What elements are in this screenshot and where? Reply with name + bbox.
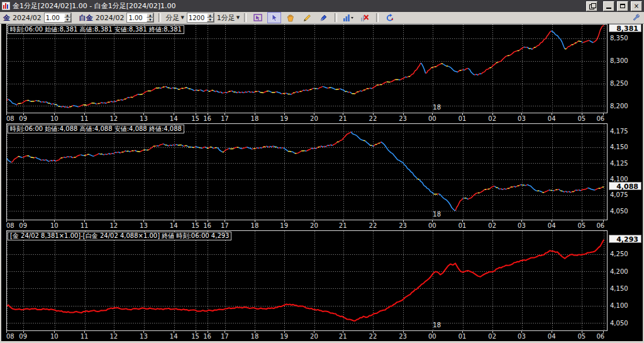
minimize-icon xyxy=(606,8,611,9)
gold-ratio-spinner[interactable]: 1.00 ▲▼ xyxy=(44,13,72,23)
x-axis-label: 14 xyxy=(170,333,178,340)
pencil-icon xyxy=(303,14,311,22)
y-axis-label: 4,050 xyxy=(610,320,628,327)
x-axis-label: 04 xyxy=(548,115,556,122)
x-axis-label: 08 xyxy=(6,115,14,122)
bar-type-dropdown[interactable]: 分足 ▼ xyxy=(165,13,184,23)
x-axis-label: 00 xyxy=(428,333,436,340)
x-axis-label: 04 xyxy=(548,222,556,229)
bar-count-value[interactable]: 1200 xyxy=(187,13,207,22)
delete-chart-icon xyxy=(360,14,369,22)
bar-count-spinner[interactable]: 1200 ▲▼ xyxy=(187,13,214,23)
x-axis-label: 05 xyxy=(578,222,586,229)
y-axis-label: 4,150 xyxy=(610,143,628,150)
chart-frame-select-button[interactable] xyxy=(251,12,265,23)
x-axis-label: 15 xyxy=(191,333,199,340)
spread-chart-panel: [金 24/02 8,381×1.00]-[白金 24/02 4,088×1.0… xyxy=(1,230,643,341)
gold-plot[interactable]: 時刻:06:00 始値:8,381 高値:8,381 安値:8,381 終値:8… xyxy=(6,24,608,113)
toolbar-separator xyxy=(335,13,337,22)
x-axis-label: 22 xyxy=(369,333,377,340)
platinum-current-price: 4,088 xyxy=(609,182,641,190)
x-axis-label: 06 xyxy=(596,333,604,340)
pointer-icon xyxy=(270,14,279,22)
platinum-ratio-spinner[interactable]: 1.00 ▲▼ xyxy=(126,13,154,23)
x-axis-label: 01 xyxy=(458,222,467,229)
x-axis-label: 14 xyxy=(170,115,178,122)
y-axis-label: 4,175 xyxy=(610,128,628,135)
x-axis-label: 23 xyxy=(399,222,407,229)
x-axis-label: 21 xyxy=(339,115,347,122)
maximize-button[interactable] xyxy=(617,1,628,11)
close-button[interactable]: × xyxy=(631,1,642,11)
platinum-price-axis: 4,088 4,1754,1504,1254,1004,0754,050 xyxy=(609,123,643,230)
x-axis-label: 18 xyxy=(251,222,259,229)
x-axis-label: 16 xyxy=(203,115,211,122)
pan-tool-button[interactable] xyxy=(284,12,297,23)
bar-count-up-arrow[interactable]: ▲ xyxy=(207,13,214,18)
bar-chart-menu-icon xyxy=(343,14,354,22)
refresh-button[interactable] xyxy=(383,12,397,23)
platinum-ratio-value[interactable]: 1.00 xyxy=(127,13,147,22)
spread-price-axis: 4,293 4,2504,2004,1504,1004,050 xyxy=(609,230,643,341)
spread-plot[interactable]: [金 24/02 8,381×1.00]-[白金 24/02 4,088×1.0… xyxy=(6,230,608,331)
gold-ratio-value[interactable]: 1.00 xyxy=(45,13,64,22)
x-axis-label: 00 xyxy=(428,222,436,229)
x-axis-label: 02 xyxy=(488,333,496,340)
x-axis-label: 06 xyxy=(596,222,604,229)
platinum-info-line: 時刻:06:00 始値:4,088 高値:4,088 安値:4,088 終値:4… xyxy=(8,125,184,133)
x-axis-label: 14 xyxy=(170,222,178,229)
platinum-time-axis: 0809101112131415161718192021222300010203… xyxy=(6,220,608,230)
restore-windows-button[interactable] xyxy=(586,1,597,11)
x-axis-label: 09 xyxy=(19,115,27,122)
x-axis-label: 20 xyxy=(310,222,318,229)
gold-contract-month: 2024/02 xyxy=(13,14,42,22)
x-axis-label: 12 xyxy=(109,222,118,229)
chart-application-window: 金1分足[2024/02]1.00 - 白金1分足[2024/02]1.00 ×… xyxy=(0,0,644,343)
y-axis-label: 4,250 xyxy=(610,250,628,257)
platinum-plot[interactable]: 時刻:06:00 始値:4,088 高値:4,088 安値:4,088 終値:4… xyxy=(6,123,608,220)
x-axis-label: 20 xyxy=(310,115,318,122)
x-axis-label: 18 xyxy=(251,115,259,122)
date-marker: 18 xyxy=(433,104,441,111)
candlestick-chart-icon xyxy=(2,2,10,10)
settings-button[interactable] xyxy=(632,13,640,23)
x-axis-label: 17 xyxy=(221,333,229,340)
platinum-ratio-down-arrow[interactable]: ▼ xyxy=(147,18,153,22)
delete-chart-button[interactable] xyxy=(358,12,372,23)
toolbar-separator xyxy=(158,13,161,22)
x-axis-label: 01 xyxy=(458,333,467,340)
x-axis-label: 17 xyxy=(221,115,229,122)
x-axis-label: 11 xyxy=(80,333,89,340)
x-axis-label: 10 xyxy=(50,115,58,122)
minimize-button[interactable] xyxy=(603,1,614,11)
gold-ratio-down-arrow[interactable]: ▼ xyxy=(64,18,71,22)
pen-tool-button[interactable] xyxy=(316,12,330,23)
chart-type-menu-button[interactable] xyxy=(341,12,355,23)
x-axis-label: 13 xyxy=(140,222,148,229)
x-axis-label: 02 xyxy=(488,115,496,122)
x-axis-label: 19 xyxy=(280,222,288,229)
x-axis-label: 05 xyxy=(578,333,586,340)
refresh-icon xyxy=(386,14,394,22)
y-axis-label: 8,350 xyxy=(610,35,628,42)
restore-windows-icon xyxy=(589,3,595,9)
x-axis-label: 03 xyxy=(518,115,526,122)
gold-ratio-up-arrow[interactable]: ▲ xyxy=(64,13,71,18)
interval-dropdown[interactable]: 1分足 ▼ xyxy=(217,13,240,23)
x-axis-label: 22 xyxy=(369,222,377,229)
chevron-down-icon: ▼ xyxy=(236,15,240,20)
close-icon: × xyxy=(634,3,639,9)
spread-plot-canvas xyxy=(7,231,607,330)
x-axis-label: 15 xyxy=(191,222,199,229)
x-axis-label: 09 xyxy=(19,222,27,229)
date-marker: 18 xyxy=(433,322,441,329)
x-axis-label: 16 xyxy=(203,222,211,229)
platinum-ratio-up-arrow[interactable]: ▲ xyxy=(147,13,153,18)
gold-price-axis: 8,381 8,3508,3008,2508,200 xyxy=(609,24,643,123)
x-axis-label: 18 xyxy=(251,333,259,340)
pan-hand-icon xyxy=(286,14,295,22)
x-axis-label: 11 xyxy=(80,222,89,229)
pointer-tool-button[interactable] xyxy=(267,12,281,23)
pencil-tool-button[interactable] xyxy=(300,12,314,23)
bar-count-down-arrow[interactable]: ▼ xyxy=(207,18,214,22)
